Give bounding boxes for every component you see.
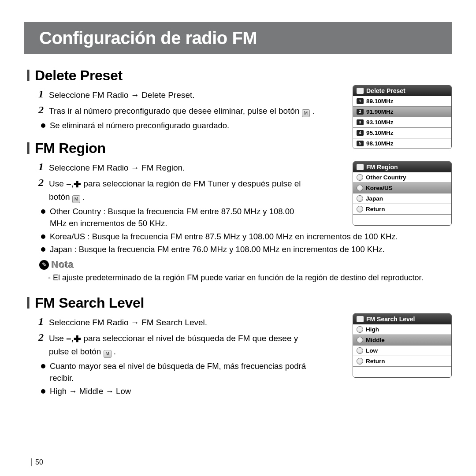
bullet-item: Japan : Busque la frecuencia FM entre 76… <box>41 244 452 256</box>
device-screenshot-fm-region: FM Region Other Country Korea/US Japan R… <box>353 161 452 226</box>
list-item: Japan <box>353 193 451 204</box>
step-1: 1 Seleccione FM Radio → Delete Preset. <box>38 88 317 101</box>
heading-text: Delete Preset <box>35 67 123 84</box>
list-item-label: 89.10MHz <box>366 98 394 104</box>
step-number: 2 <box>38 177 46 188</box>
level-icon <box>357 337 363 343</box>
page-title: Configuración de radio FM <box>39 28 257 48</box>
list-item-empty <box>353 215 451 225</box>
list-item-label: High <box>366 326 379 333</box>
step-text: Seleccione FM Radio → FM Region. <box>49 161 317 174</box>
list-item-selected: Korea/US <box>353 183 451 193</box>
screenshot-header-text: FM Search Level <box>366 316 415 323</box>
page-number: 50 <box>31 458 43 466</box>
list-item-selected: 291.90MHz <box>353 107 451 117</box>
step-text-part: . <box>80 192 85 201</box>
return-icon <box>357 206 363 212</box>
list-item-label: Middle <box>366 337 385 343</box>
list-item-label: 93.10MHz <box>366 119 394 126</box>
step-number: 1 <box>38 316 46 327</box>
screenshot-header: FM Region <box>353 162 451 172</box>
globe-icon <box>357 174 363 181</box>
list-item-label: Japan <box>366 195 383 202</box>
preset-number-icon: 2 <box>357 109 364 115</box>
m-button-icon: M <box>72 195 80 203</box>
bullet-item: Se eliminará el número preconfigurado gu… <box>41 120 317 132</box>
heading-bar-icon: I <box>26 141 30 156</box>
return-icon <box>357 358 363 364</box>
bullet-item: Cuanto mayor sea el nivel de búsqueda de… <box>41 361 317 384</box>
list-item: Other Country <box>353 172 451 183</box>
list-item: High <box>353 324 451 335</box>
step-1: 1 Seleccione FM Radio → FM Search Level. <box>38 316 317 329</box>
preset-number-icon: 1 <box>357 98 364 104</box>
list-item: Return <box>353 356 451 367</box>
heading-text: FM Region <box>35 140 106 156</box>
step-number: 1 <box>38 161 46 172</box>
screenshot-header-text: FM Region <box>366 164 398 171</box>
note-heading: ✎ Nota <box>39 259 452 271</box>
preset-number-icon: 4 <box>357 130 364 136</box>
list-item-label: Korea/US <box>366 185 393 191</box>
list-item-label: 95.10MHz <box>366 130 394 136</box>
heading-bar-icon: I <box>26 295 30 311</box>
header-icon <box>357 164 364 170</box>
level-icon <box>357 326 363 333</box>
step-number: 1 <box>38 88 46 100</box>
screenshot-header: Delete Preset <box>353 86 451 96</box>
m-button-icon: M <box>104 350 112 358</box>
minus-icon: − <box>66 178 71 191</box>
note-pencil-icon: ✎ <box>39 260 49 270</box>
step-text-part: Use <box>49 179 66 188</box>
step-text: Seleccione FM Radio → FM Search Level. <box>49 316 317 329</box>
step-text-part: para seleccionar la región de FM Tuner y… <box>49 179 301 201</box>
step-2: 2 Use −,✚ para seleccionar la región de … <box>38 177 317 203</box>
step-number: 2 <box>38 104 46 115</box>
step-text-part: Tras ir al número preconfigurado que des… <box>49 106 302 115</box>
page-title-bar: Configuración de radio FM <box>24 22 452 54</box>
section-fm-region: I FM Region 1 Seleccione FM Radio → FM R… <box>26 140 452 283</box>
level-icon <box>357 347 363 354</box>
header-icon <box>357 316 364 322</box>
list-item-empty <box>353 367 451 377</box>
list-item-selected: Middle <box>353 335 451 346</box>
minus-icon: − <box>66 333 71 346</box>
step-text: Tras ir al número preconfigurado que des… <box>49 104 317 117</box>
step-number: 2 <box>38 331 46 343</box>
bullet-item: Other Country : Busque la frecuencia FM … <box>41 206 301 230</box>
list-item-label: Other Country <box>366 174 406 181</box>
list-item: 495.10MHz <box>353 128 451 138</box>
globe-icon <box>357 185 363 191</box>
list-item-label: Return <box>366 358 385 364</box>
preset-number-icon: 3 <box>357 119 364 125</box>
step-text: Use −,✚ para seleccionar el nivel de bús… <box>49 331 317 358</box>
list-item-label: Return <box>366 206 385 212</box>
list-item: Low <box>353 346 451 356</box>
section-heading: I Delete Preset <box>26 67 452 84</box>
step-1: 1 Seleccione FM Radio → FM Region. <box>38 161 317 174</box>
section-heading: I FM Region <box>26 140 452 156</box>
bullet-item: High → Middle → Low <box>41 386 317 398</box>
heading-text: FM Search Level <box>35 295 144 311</box>
list-item-label: 91.90MHz <box>366 108 394 115</box>
list-item: Return <box>353 204 451 215</box>
step-text-part: para seleccionar el nivel de búsqueda de… <box>49 334 298 356</box>
heading-bar-icon: I <box>26 68 30 84</box>
section-fm-search-level: I FM Search Level 1 Seleccione FM Radio … <box>26 295 452 397</box>
list-item-label: Low <box>366 347 378 354</box>
step-2: 2 Use −,✚ para seleccionar el nivel de b… <box>38 331 317 358</box>
step-text-part: . <box>112 347 116 356</box>
step-text: Use −,✚ para seleccionar la región de FM… <box>49 177 317 203</box>
m-button-icon: M <box>302 109 310 117</box>
step-text-part: . <box>310 106 315 115</box>
section-heading: I FM Search Level <box>26 295 452 311</box>
bullet-item: Korea/US : Busque la frecuencia FM entre… <box>41 231 452 243</box>
step-text-part: Use <box>49 334 66 343</box>
section-delete-preset: I Delete Preset 1 Seleccione FM Radio → … <box>26 67 452 131</box>
globe-icon <box>357 195 363 202</box>
header-icon <box>357 88 364 94</box>
screenshot-header-text: Delete Preset <box>366 87 405 94</box>
screenshot-header: FM Search Level <box>353 314 451 324</box>
step-text: Seleccione FM Radio → Delete Preset. <box>49 88 317 101</box>
plus-icon: ✚ <box>74 178 81 191</box>
